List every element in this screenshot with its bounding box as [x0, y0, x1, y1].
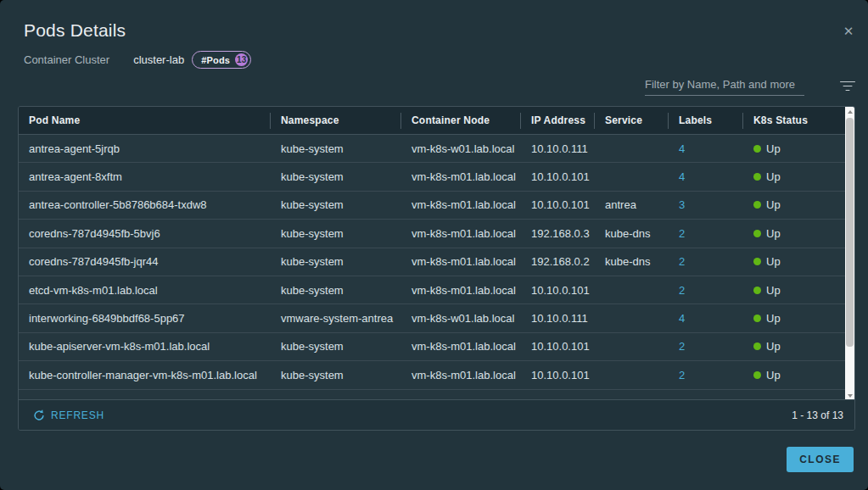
table-row[interactable]: antrea-agent-5jrqbkube-systemvm-k8s-w01.… [19, 135, 847, 163]
cell-service [595, 304, 669, 331]
cell-service [595, 135, 669, 162]
object-type-label: Container Cluster [24, 53, 109, 66]
status-text: Up [766, 369, 781, 381]
cell-namespace: kube-system [271, 276, 401, 303]
cell-pod-name: antrea-agent-5jrqb [19, 135, 271, 162]
cell-service [595, 163, 669, 190]
cell-labels: 4 [669, 163, 743, 190]
pagination-text: 1 - 13 of 13 [792, 409, 843, 421]
labels-count-link[interactable]: 4 [679, 170, 685, 183]
cell-service [595, 276, 669, 303]
labels-count-link[interactable]: 4 [679, 142, 685, 155]
table-row[interactable]: kube-controller-manager-vm-k8s-m01.lab.l… [19, 361, 847, 389]
cell-pod-name: coredns-787d4945fb-jqr44 [19, 248, 271, 276]
cell-status: Up [743, 276, 847, 303]
vertical-scrollbar[interactable] [845, 107, 854, 401]
table-body: antrea-agent-5jrqbkube-systemvm-k8s-w01.… [19, 135, 847, 400]
status-up-dot [753, 315, 761, 322]
cell-service: kube-dns [595, 248, 669, 276]
status-text: Up [766, 340, 781, 353]
cell-ip-address: 192.168.0.3 [521, 220, 595, 247]
cell-labels: 4 [669, 135, 743, 162]
column-header-service[interactable]: Service [595, 107, 669, 134]
refresh-button[interactable]: REFRESH [33, 409, 104, 421]
cell-labels: 2 [669, 333, 743, 360]
status-up-dot [753, 173, 761, 181]
cell-pod-name: kube-controller-manager-vm-k8s-m01.lab.l… [19, 361, 271, 388]
cell-status: Up [743, 163, 847, 190]
cell-container-node: vm-k8s-w01.lab.local [401, 135, 521, 162]
labels-count-link[interactable]: 2 [679, 340, 685, 353]
cell-labels: 2 [669, 220, 743, 247]
cell-namespace: kube-system [271, 220, 401, 247]
cell-ip-address: 10.10.0.101 [521, 333, 595, 360]
cell-status: Up [743, 135, 847, 162]
table-row[interactable]: etcd-vm-k8s-m01.lab.localkube-systemvm-k… [19, 276, 847, 304]
cell-container-node: vm-k8s-m01.lab.local [401, 163, 521, 190]
filter-icon[interactable] [840, 81, 855, 92]
cell-pod-name: etcd-vm-k8s-m01.lab.local [19, 276, 271, 303]
cell-namespace: kube-system [271, 163, 401, 190]
labels-count-link[interactable]: 4 [679, 312, 685, 325]
pods-details-modal: Pods Details ✕ Container Cluster cluster… [0, 0, 868, 490]
cell-container-node: vm-k8s-m01.lab.local [401, 361, 521, 388]
cell-status: Up [743, 192, 847, 219]
table-row[interactable]: antrea-controller-5b8786b684-txdw8kube-s… [19, 192, 847, 220]
labels-count-link[interactable]: 2 [679, 227, 685, 240]
column-header-container-node[interactable]: Container Node [401, 107, 521, 134]
close-icon[interactable]: ✕ [839, 22, 858, 41]
cell-pod-name: interworking-6849bbdf68-5pp67 [19, 304, 271, 331]
badge-label: #Pods [201, 55, 230, 65]
status-up-dot [753, 145, 761, 153]
table-row[interactable]: coredns-787d4945fb-5bvj6kube-systemvm-k8… [19, 220, 847, 248]
labels-count-link[interactable]: 2 [679, 284, 685, 297]
table-row[interactable]: kube-apiserver-vm-k8s-m01.lab.localkube-… [19, 333, 847, 361]
filter-input[interactable] [645, 76, 804, 96]
cell-container-node: vm-k8s-m01.lab.local [401, 333, 521, 360]
status-up-dot [753, 287, 761, 294]
cell-ip-address: 192.168.0.2 [521, 248, 595, 276]
refresh-label: REFRESH [51, 409, 104, 421]
cell-container-node: vm-k8s-w01.lab.local [401, 304, 521, 331]
column-header-pod-name[interactable]: Pod Name [19, 107, 271, 134]
page-title: Pods Details [24, 20, 126, 41]
labels-count-link[interactable]: 3 [679, 198, 685, 211]
column-header-k8s-status[interactable]: K8s Status [743, 107, 847, 134]
refresh-icon [33, 409, 45, 421]
table-row[interactable]: antrea-agent-8xftmkube-systemvm-k8s-m01.… [19, 163, 847, 191]
scrollbar-thumb[interactable] [846, 118, 854, 347]
column-header-labels[interactable]: Labels [669, 107, 743, 134]
cell-status: Up [743, 304, 847, 331]
cell-pod-name: kube-apiserver-vm-k8s-m01.lab.local [19, 333, 271, 360]
cell-ip-address: 10.10.0.111 [521, 304, 595, 331]
cell-namespace: kube-system [271, 248, 401, 276]
cell-service: kube-dns [595, 220, 669, 247]
status-text: Up [766, 312, 781, 325]
status-up-dot [753, 342, 761, 350]
cell-status: Up [743, 361, 847, 388]
labels-count-link[interactable]: 2 [679, 369, 685, 381]
table-row[interactable]: interworking-6849bbdf68-5pp67vmware-syst… [19, 304, 847, 332]
cell-namespace: vmware-system-antrea [271, 304, 401, 331]
scroll-up-arrow-icon[interactable] [845, 107, 854, 117]
close-button[interactable]: CLOSE [787, 447, 854, 472]
cell-ip-address: 10.10.0.101 [521, 163, 595, 190]
pods-count-badge[interactable]: #Pods 13 [192, 51, 251, 69]
table-row[interactable]: coredns-787d4945fb-jqr44kube-systemvm-k8… [19, 248, 847, 276]
status-text: Up [766, 142, 781, 155]
column-header-namespace[interactable]: Namespace [271, 107, 401, 134]
status-up-dot [753, 201, 761, 209]
cell-container-node: vm-k8s-m01.lab.local [401, 276, 521, 303]
cell-ip-address: 10.10.0.101 [521, 192, 595, 219]
cell-labels: 2 [669, 361, 743, 388]
badge-count: 13 [235, 53, 248, 66]
cell-labels: 4 [669, 304, 743, 331]
table-footer: REFRESH 1 - 13 of 13 [19, 399, 854, 430]
status-up-dot [753, 371, 761, 379]
column-header-ip-address[interactable]: IP Address [521, 107, 595, 134]
cell-pod-name: antrea-controller-5b8786b684-txdw8 [19, 192, 271, 219]
status-text: Up [766, 170, 781, 183]
pods-table: Pod Name Namespace Container Node IP Add… [18, 106, 855, 431]
labels-count-link[interactable]: 2 [679, 255, 685, 268]
object-name: cluster-lab [133, 53, 184, 66]
